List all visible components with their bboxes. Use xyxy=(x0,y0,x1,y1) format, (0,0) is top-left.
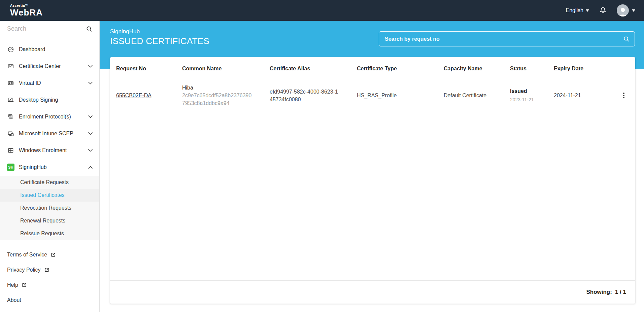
sidebar-item-enrolment-protocols[interactable]: Enrolment Protocol(s) xyxy=(0,108,99,125)
caret-down-icon xyxy=(586,9,589,12)
sidebar-item-microsoft-intune-scep[interactable]: Microsoft Intune SCEP xyxy=(0,125,99,142)
external-link-icon xyxy=(44,267,49,273)
request-no-cell: 655CB02E-DA xyxy=(116,92,182,99)
signinghub-submenu: Certificate Requests Issued Certificates… xyxy=(0,176,99,240)
sidebar-footer-links: Terms of Service Privacy Policy Help Abo… xyxy=(0,240,99,308)
submenu-item-reissue-requests[interactable]: Reissue Requests xyxy=(0,227,99,240)
search-icon[interactable] xyxy=(623,36,630,42)
column-header-certificate-type: Certificate Type xyxy=(357,66,444,72)
request-search xyxy=(379,31,635,46)
notifications-bell-icon[interactable] xyxy=(599,6,607,15)
sidebar-item-label: Windows Enrolment xyxy=(19,147,88,153)
search-icon xyxy=(86,26,93,32)
top-navbar: Ascertia™ WebRA English xyxy=(0,0,644,21)
column-header-expiry-date: Expiry Date xyxy=(554,66,618,72)
sidebar-item-windows-enrolment[interactable]: Windows Enrolment xyxy=(0,142,99,159)
privacy-policy-link[interactable]: Privacy Policy xyxy=(0,262,99,277)
capacity-name-cell: Default Certificate xyxy=(444,92,510,99)
sidebar-item-virtual-id[interactable]: Virtual ID xyxy=(0,75,99,92)
brand-logo[interactable]: Ascertia™ WebRA xyxy=(10,4,43,17)
chevron-down-icon xyxy=(88,82,93,84)
status-badge: Issued xyxy=(510,87,549,95)
sidebar-item-label: Virtual ID xyxy=(19,80,88,86)
expiry-date-cell: 2024-11-21 xyxy=(554,92,618,99)
link-label: About xyxy=(7,297,21,303)
row-actions-kebab-icon[interactable] xyxy=(621,91,626,100)
dashboard-gauge-icon xyxy=(7,46,14,53)
link-label: Privacy Policy xyxy=(7,267,41,273)
chevron-down-icon xyxy=(88,132,93,135)
submenu-item-renewal-requests[interactable]: Renewal Requests xyxy=(0,214,99,227)
certificate-type-cell: HS_RAS_Profile xyxy=(357,92,444,99)
sidebar-item-signinghub[interactable]: SH SigningHub xyxy=(0,159,99,176)
sidebar: Dashboard Certificate Center Virtual ID xyxy=(0,21,100,312)
webra-screen: Ascertia™ WebRA English xyxy=(0,0,644,312)
enrolment-machine-icon xyxy=(7,113,14,120)
common-name-identifier: 2c9e7c65dcdf52a8b23763907953c8a1ddbc9a94 xyxy=(182,92,253,107)
submenu-item-revocation-requests[interactable]: Revocation Requests xyxy=(0,202,99,214)
showing-label: Showing: xyxy=(586,289,612,296)
page-title: ISSUED CERTIFICATES xyxy=(110,36,209,46)
column-header-certificate-alias: Certificate Alias xyxy=(270,66,357,72)
table-header-row: Request No Common Name Certificate Alias… xyxy=(110,57,635,80)
about-link[interactable]: About xyxy=(0,292,99,308)
person-icon xyxy=(617,5,629,16)
brand-ascertia-label: Ascertia™ xyxy=(10,4,43,7)
link-label: Terms of Service xyxy=(7,252,47,258)
common-name-value: Hiba xyxy=(182,84,265,92)
common-name-cell: Hiba 2c9e7c65dcdf52a8b23763907953c8a1ddb… xyxy=(182,84,270,107)
submenu-item-issued-certificates[interactable]: Issued Certificates xyxy=(0,189,99,202)
chevron-down-icon xyxy=(88,115,93,118)
sidebar-item-label: Certificate Center xyxy=(19,63,88,69)
avatar xyxy=(617,4,629,16)
column-header-common-name: Common Name xyxy=(182,66,270,72)
brand-webra-label: WebRA xyxy=(10,8,43,17)
chevron-down-icon xyxy=(88,65,93,68)
laptop-pen-icon xyxy=(7,97,14,103)
submenu-item-certificate-requests[interactable]: Certificate Requests xyxy=(0,176,99,189)
sidebar-search-input[interactable] xyxy=(0,21,99,37)
caret-down-icon xyxy=(632,9,635,12)
language-selector[interactable]: English xyxy=(566,7,589,13)
link-label: Help xyxy=(7,282,18,288)
sidebar-menu: Dashboard Certificate Center Virtual ID xyxy=(0,37,99,240)
sidebar-item-label: Desktop Signing xyxy=(19,97,93,103)
help-link[interactable]: Help xyxy=(0,277,99,292)
user-menu[interactable] xyxy=(617,4,635,16)
sidebar-item-dashboard[interactable]: Dashboard xyxy=(0,41,99,58)
language-label: English xyxy=(566,7,583,13)
issued-certificates-card: Request No Common Name Certificate Alias… xyxy=(110,57,635,304)
terms-of-service-link[interactable]: Terms of Service xyxy=(0,247,99,262)
certificate-alias-value: efd94997-582c-4000-8623-145734fc0080 xyxy=(270,88,339,103)
sidebar-item-certificate-center[interactable]: Certificate Center xyxy=(0,58,99,75)
column-header-capacity-name: Capacity Name xyxy=(444,66,510,72)
signinghub-badge-icon: SH xyxy=(7,164,14,171)
main-content: SigningHub ISSUED CERTIFICATES Request N… xyxy=(100,21,644,312)
navbar-actions: English xyxy=(566,4,635,16)
sidebar-item-label: SigningHub xyxy=(19,164,88,170)
sidebar-search xyxy=(0,21,99,37)
external-link-icon xyxy=(50,252,56,257)
sidebar-item-label: Microsoft Intune SCEP xyxy=(19,131,88,137)
sidebar-item-label: Enrolment Protocol(s) xyxy=(19,114,88,120)
request-no-link[interactable]: 655CB02E-DA xyxy=(116,93,151,98)
column-header-status: Status xyxy=(510,66,554,72)
table-row: 655CB02E-DA Hiba 2c9e7c65dcdf52a8b237639… xyxy=(110,80,635,111)
windows-icon xyxy=(7,147,14,154)
page-titles: SigningHub ISSUED CERTIFICATES xyxy=(110,28,209,46)
chevron-down-icon xyxy=(88,149,93,152)
showing-count: 1 / 1 xyxy=(615,289,626,296)
column-header-request-no: Request No xyxy=(116,66,182,72)
id-card-icon xyxy=(7,80,14,86)
status-date: 2023-11-21 xyxy=(510,96,549,104)
chevron-up-icon xyxy=(88,166,93,169)
external-link-icon xyxy=(22,282,27,288)
request-search-input[interactable] xyxy=(379,32,635,46)
sidebar-item-label: Dashboard xyxy=(19,46,93,53)
sidebar-item-desktop-signing[interactable]: Desktop Signing xyxy=(0,92,99,108)
certificate-alias-cell: efd94997-582c-4000-8623-145734fc0080 xyxy=(270,88,357,103)
certificate-icon xyxy=(7,63,14,70)
monitors-icon xyxy=(7,130,14,137)
table-footer: Showing: 1 / 1 xyxy=(110,280,635,304)
status-cell: Issued 2023-11-21 xyxy=(510,87,554,104)
